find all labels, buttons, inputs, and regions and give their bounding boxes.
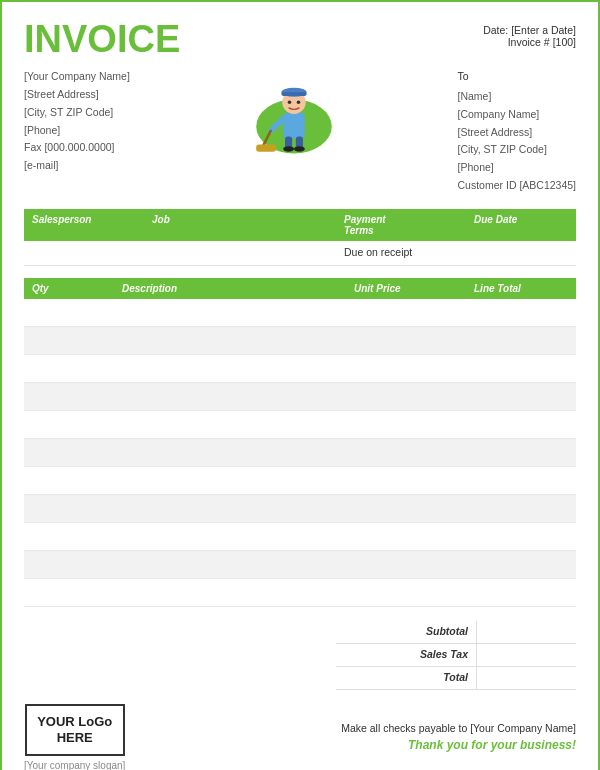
table-row xyxy=(24,383,576,411)
tax-label: Sales Tax xyxy=(336,644,476,666)
col-salesperson: Salesperson xyxy=(24,209,144,241)
table-row xyxy=(24,551,576,579)
qty-cell xyxy=(24,551,114,579)
unit-cell xyxy=(346,467,466,495)
total-cell xyxy=(466,355,576,383)
table-row xyxy=(24,411,576,439)
job-value xyxy=(144,241,336,265)
billing-section: [Your Company Name] [Street Address] [Ci… xyxy=(24,68,576,195)
desc-cell xyxy=(114,327,346,355)
total-value xyxy=(476,667,576,689)
qty-cell xyxy=(24,411,114,439)
table-row xyxy=(24,579,576,607)
qty-cell xyxy=(24,495,114,523)
items-table: Qty Description Unit Price Line Total xyxy=(24,278,576,607)
desc-cell xyxy=(114,495,346,523)
col-unit-price: Unit Price xyxy=(346,278,466,299)
totals-section: Subtotal Sales Tax Total xyxy=(24,621,576,690)
desc-cell xyxy=(114,439,346,467)
svg-rect-5 xyxy=(281,92,306,96)
desc-cell xyxy=(114,523,346,551)
unit-cell xyxy=(346,355,466,383)
total-cell xyxy=(466,299,576,327)
unit-cell xyxy=(346,383,466,411)
seller-email: [e-mail] xyxy=(24,157,130,175)
seller-info: [Your Company Name] [Street Address] [Ci… xyxy=(24,68,130,175)
buyer-name: [Name] xyxy=(458,88,576,106)
seller-phone: [Phone] xyxy=(24,122,130,140)
desc-cell xyxy=(114,467,346,495)
total-cell xyxy=(466,467,576,495)
total-cell xyxy=(466,495,576,523)
col-description: Description xyxy=(114,278,346,299)
svg-point-6 xyxy=(287,100,291,104)
qty-cell xyxy=(24,355,114,383)
due-date-value xyxy=(466,241,576,265)
unit-cell xyxy=(346,411,466,439)
total-row: Total xyxy=(336,667,576,690)
col-due-date: Due Date xyxy=(466,209,576,241)
qty-cell xyxy=(24,299,114,327)
qty-cell xyxy=(24,523,114,551)
svg-rect-10 xyxy=(256,145,276,152)
logo-box: YOUR LoGo HERE xyxy=(25,704,125,756)
table-row xyxy=(24,439,576,467)
company-slogan: [Your company slogan] xyxy=(24,760,125,770)
unit-cell xyxy=(346,439,466,467)
total-cell xyxy=(466,523,576,551)
salesperson-data-row: Due on receipt xyxy=(24,241,576,266)
invoice-number: [100] xyxy=(553,36,576,48)
footer-right: Make all checks payable to [Your Company… xyxy=(341,722,576,752)
table-row xyxy=(24,299,576,327)
total-cell xyxy=(466,411,576,439)
svg-point-14 xyxy=(294,146,305,151)
seller-city: [City, ST ZIP Code] xyxy=(24,104,130,122)
qty-cell xyxy=(24,383,114,411)
col-job: Job xyxy=(144,209,336,241)
table-row xyxy=(24,355,576,383)
total-cell xyxy=(466,439,576,467)
items-header-row: Qty Description Unit Price Line Total xyxy=(24,278,576,299)
tax-value xyxy=(476,644,576,666)
desc-cell xyxy=(114,579,346,607)
date-label: Date: xyxy=(483,24,508,36)
total-cell xyxy=(466,327,576,355)
footer: YOUR LoGo HERE [Your company slogan] Mak… xyxy=(24,704,576,770)
buyer-phone: [Phone] xyxy=(458,159,576,177)
cleaner-icon xyxy=(249,68,339,158)
invoice-number-line: Invoice # [100] xyxy=(483,36,576,48)
total-cell xyxy=(466,579,576,607)
salesperson-value xyxy=(24,241,144,265)
desc-cell xyxy=(114,411,346,439)
unit-cell xyxy=(346,551,466,579)
total-cell xyxy=(466,383,576,411)
table-row xyxy=(24,327,576,355)
buyer-city: [City, ST ZIP Code] xyxy=(458,141,576,159)
salesperson-header-row: Salesperson Job PaymentTerms Due Date xyxy=(24,209,576,241)
subtotal-value xyxy=(476,621,576,643)
seller-company: [Your Company Name] xyxy=(24,68,130,86)
table-row xyxy=(24,495,576,523)
buyer-info: To [Name] [Company Name] [Street Address… xyxy=(458,68,576,195)
header: INVOICE Date: [Enter a Date] Invoice # [… xyxy=(24,20,576,58)
invoice-label: Invoice # xyxy=(508,36,550,48)
thank-you-text: Thank you for your business! xyxy=(341,738,576,752)
qty-cell xyxy=(24,467,114,495)
header-right: Date: [Enter a Date] Invoice # [100] xyxy=(483,24,576,48)
buyer-address: [Street Address] xyxy=(458,124,576,142)
date-value: [Enter a Date] xyxy=(511,24,576,36)
desc-cell xyxy=(114,299,346,327)
logo-area: YOUR LoGo HERE [Your company slogan] xyxy=(24,704,125,770)
total-label: Total xyxy=(336,667,476,689)
payment-terms-value: Due on receipt xyxy=(336,241,466,265)
seller-fax: Fax [000.000.0000] xyxy=(24,139,130,157)
salesperson-table: Salesperson Job PaymentTerms Due Date Du… xyxy=(24,209,576,266)
invoice-title: INVOICE xyxy=(24,20,180,58)
svg-point-13 xyxy=(283,146,294,151)
tax-row: Sales Tax xyxy=(336,644,576,667)
unit-cell xyxy=(346,495,466,523)
svg-point-7 xyxy=(296,100,300,104)
col-line-total: Line Total xyxy=(466,278,576,299)
unit-cell xyxy=(346,299,466,327)
table-row xyxy=(24,467,576,495)
